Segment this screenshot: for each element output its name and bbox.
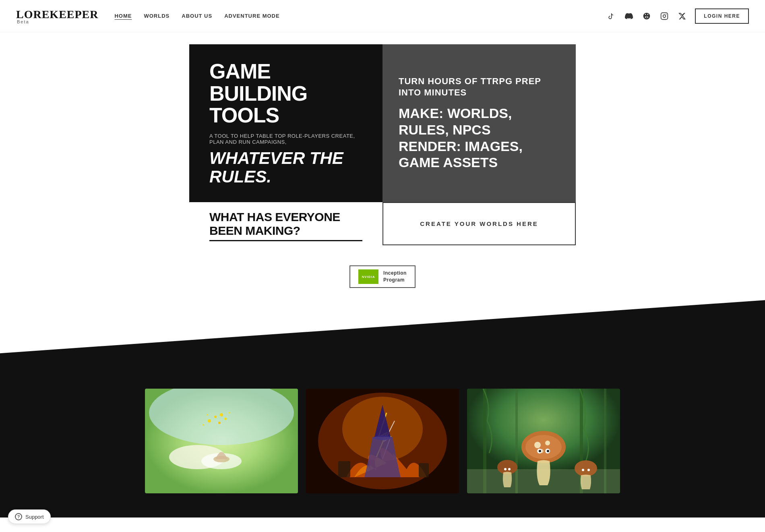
render-label: RENDER: [399, 139, 461, 154]
hero-bottom: WHAT HAS EVERYONE BEEN MAKING? CREATE YO… [189, 202, 576, 245]
hero-render-line: RENDER: IMAGES, GAME ASSETS [399, 138, 560, 171]
hero-subtitle: A TOOL TO HELP TABLE TOP ROLE-PLAYERS CR… [209, 133, 362, 145]
nav-about[interactable]: ABOUT US [182, 13, 212, 19]
gallery-item-1 [145, 389, 298, 493]
hero-inner: GAME BUILDING TOOLS A TOOL TO HELP TABLE… [189, 44, 576, 245]
svg-point-33 [525, 435, 562, 459]
navbar: LoreKeeper Beta HOME WORLDS ABOUT US ADV… [0, 0, 765, 32]
gallery-section [0, 389, 765, 518]
hero-bottom-left: WHAT HAS EVERYONE BEEN MAKING? [189, 202, 382, 245]
nav-links: HOME WORLDS ABOUT US ADVENTURE MODE [114, 13, 279, 19]
hero-make-line: MAKE: WORLDS, RULES, NPCS [399, 105, 560, 138]
svg-point-34 [534, 442, 541, 448]
hero-section: GAME BUILDING TOOLS A TOOL TO HELP TABLE… [0, 32, 765, 257]
create-worlds-text: CREATE YOUR WORLDS HERE [420, 220, 538, 227]
svg-point-12 [220, 413, 223, 416]
nvidia-badge: NVIDIA Inception Program [349, 265, 416, 288]
hero-top: GAME BUILDING TOOLS A TOOL TO HELP TABLE… [189, 44, 576, 202]
login-button[interactable]: LOGIN HERE [695, 8, 749, 24]
hero-italic: WHATEVER THE RULES. [209, 149, 362, 186]
svg-rect-24 [338, 461, 350, 477]
svg-point-17 [229, 412, 230, 414]
svg-text:NVIDIA: NVIDIA [362, 275, 375, 279]
logo[interactable]: LoreKeeper Beta [16, 8, 98, 24]
svg-point-10 [208, 419, 211, 422]
tiktok-icon[interactable] [606, 11, 616, 21]
svg-point-39 [539, 450, 541, 452]
svg-point-3 [666, 14, 667, 14]
logo-beta: Beta [17, 19, 29, 24]
svg-point-45 [582, 469, 584, 471]
nvidia-text: Inception Program [383, 270, 407, 284]
svg-point-42 [504, 468, 507, 470]
hero-left-panel: GAME BUILDING TOOLS A TOOL TO HELP TABLE… [189, 44, 382, 202]
gallery-item-3 [467, 389, 620, 493]
svg-point-11 [214, 416, 217, 418]
nvidia-logo: NVIDIA [358, 269, 378, 284]
reddit-icon[interactable] [642, 11, 651, 21]
hero-what-text: WHAT HAS EVERYONE BEEN MAKING? [209, 210, 362, 241]
svg-point-35 [545, 441, 550, 445]
nvidia-line2: Program [383, 277, 407, 284]
nav-adventure[interactable]: ADVENTURE MODE [224, 13, 280, 19]
make-label: MAKE: [399, 106, 443, 121]
twitter-icon[interactable] [677, 11, 687, 21]
nav-worlds[interactable]: WORLDS [144, 13, 170, 19]
svg-point-2 [663, 14, 666, 17]
support-icon: ? [15, 513, 22, 518]
hero-title: GAME BUILDING TOOLS [209, 60, 362, 126]
nav-home[interactable]: HOME [114, 13, 132, 19]
nvidia-line1: Inception [383, 270, 407, 277]
svg-point-16 [207, 414, 208, 416]
svg-point-14 [218, 422, 221, 424]
diagonal-divider [0, 300, 765, 389]
svg-point-46 [587, 469, 590, 471]
hero-right-top: TURN HOURS OF TTRPG PREP INTO MINUTES [399, 76, 560, 99]
svg-point-44 [575, 460, 597, 476]
svg-point-13 [224, 418, 227, 420]
discord-icon[interactable] [624, 11, 634, 21]
support-label: Support [25, 514, 44, 518]
support-button[interactable]: ? Support [8, 509, 51, 518]
nvidia-section: NVIDIA Inception Program [0, 257, 765, 300]
instagram-icon[interactable] [660, 11, 669, 21]
svg-point-40 [547, 450, 549, 452]
svg-point-15 [203, 424, 204, 426]
svg-point-43 [508, 468, 511, 470]
hero-right-panel: TURN HOURS OF TTRPG PREP INTO MINUTES MA… [382, 44, 576, 202]
svg-rect-25 [419, 463, 429, 477]
navbar-right: LOGIN HERE [606, 8, 749, 24]
gallery-item-2 [306, 389, 459, 493]
navbar-left: LoreKeeper Beta HOME WORLDS ABOUT US ADV… [16, 8, 280, 24]
svg-rect-1 [661, 12, 668, 19]
create-worlds-button[interactable]: CREATE YOUR WORLDS HERE [382, 202, 576, 245]
